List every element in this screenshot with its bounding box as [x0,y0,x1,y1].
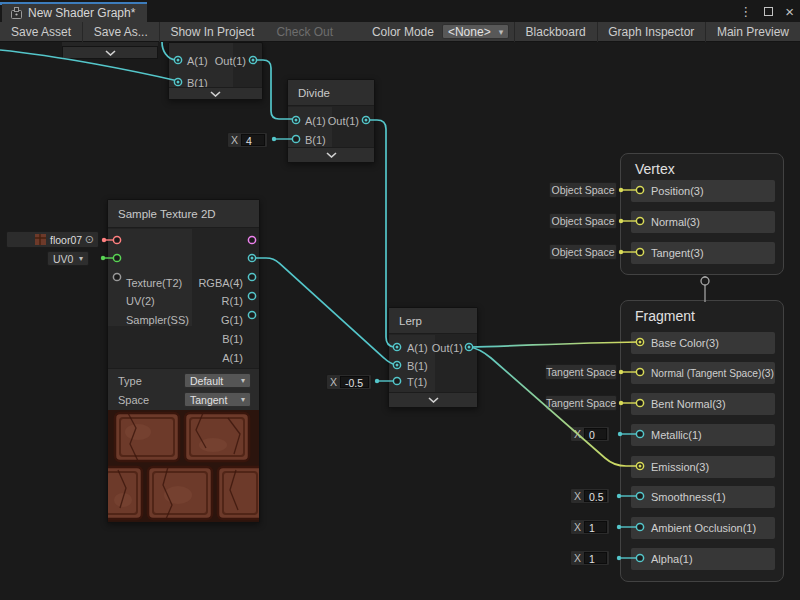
port-label-a: A(1) [187,54,208,68]
chevron-down-icon: ▾ [499,27,504,37]
type-value: Default [190,375,223,387]
node-title: Lerp [389,308,477,334]
chevron-down-icon: ▾ [241,376,245,385]
pill-label: Object Space [551,246,614,258]
window-maximize-icon[interactable] [764,7,773,16]
window-tab-bar: New Shader Graph* ⋮ × [0,0,800,22]
save-as-button[interactable]: Save As... [83,22,159,42]
smoothness-default-field[interactable]: X 0.5 [570,488,610,504]
fragment-row-emission[interactable]: Emission(3) [631,456,775,478]
x-component-value[interactable]: 4 [241,134,265,146]
port-label-t: T(1) [407,375,427,389]
texture-object-field[interactable]: floor07 ⊙ [6,231,99,248]
row-label: Tangent(3) [651,247,704,259]
x-component-label: X [571,552,584,564]
main-preview-button[interactable]: Main Preview [706,22,800,42]
node-collapse-button[interactable] [288,147,374,162]
uv-channel-value: UV0 [53,253,73,265]
x-component-value[interactable]: 1 [584,552,607,564]
space-label: Space [118,393,149,407]
fragment-block[interactable]: Fragment Base Color(3) Normal (Tangent S… [620,300,784,582]
fragment-row-ambient-occlusion[interactable]: Ambient Occlusion(1) [631,517,775,539]
shader-graph-tab[interactable]: New Shader Graph* [2,4,147,22]
port-label-b: B(1) [407,359,428,373]
fragment-row-smoothness[interactable]: Smoothness(1) [631,486,775,508]
fragment-row-base-color[interactable]: Base Color(3) [631,332,775,354]
tab-title: New Shader Graph* [28,6,135,20]
pill-label: Tangent Space [546,366,616,378]
row-label: Bent Normal(3) [651,398,726,410]
metallic-default-field[interactable]: X 0 [570,426,610,442]
lerp-t-default-field[interactable]: X -0.5 [326,374,372,390]
row-label: Base Color(3) [651,337,719,349]
lerp-node[interactable]: Lerp A(1) B(1) T(1) Out(1) [388,307,478,408]
object-picker-icon[interactable]: ⊙ [85,233,94,246]
x-component-label: X [571,521,584,533]
binding-pill-object-space: Object Space [549,244,617,260]
ambient-occlusion-default-field[interactable]: X 1 [570,519,610,535]
row-label: Emission(3) [651,461,709,473]
pill-label: Tangent Space [546,397,616,409]
divide-b-default-field[interactable]: X 4 [227,132,268,148]
vertex-block[interactable]: Vertex Position(3) Normal(3) Tangent(3) [620,153,784,275]
port-label-b: B(1) [222,332,243,346]
port-label-uv: UV(2) [126,294,155,308]
vertex-row-tangent[interactable]: Tangent(3) [631,242,775,264]
graph-inspector-button[interactable]: Graph Inspector [597,22,705,42]
port-label-b: B(1) [305,133,326,147]
color-mode-dropdown[interactable]: <None> ▾ [442,24,509,39]
vertex-block-title: Vertex [635,161,675,177]
row-label: Normal (Tangent Space)(3) [651,368,774,379]
port-label-out: Out(1) [328,114,359,128]
node-title: Divide [288,80,374,106]
x-component-label: X [571,428,584,440]
alpha-default-field[interactable]: X 1 [570,550,610,566]
row-label: Ambient Occlusion(1) [651,522,756,534]
save-asset-button[interactable]: Save Asset [0,22,82,42]
binding-pill-object-space: Object Space [549,213,617,229]
partial-node-collapse-button[interactable] [62,46,158,59]
node-collapse-button[interactable] [389,392,477,407]
node-collapse-button[interactable] [169,87,262,99]
vertex-row-normal[interactable]: Normal(3) [631,211,775,233]
uv-channel-dropdown[interactable]: UV0 ▾ [47,251,89,266]
vertex-row-position[interactable]: Position(3) [631,180,775,202]
graph-toolbar: Save Asset Save As... Show In Project Ch… [0,22,800,42]
fragment-row-bent-normal[interactable]: Bent Normal(3) [631,393,775,415]
chevron-down-icon [326,152,337,158]
window-close-icon[interactable]: × [785,4,794,19]
texture-name: floor07 [50,234,82,246]
fragment-row-alpha[interactable]: Alpha(1) [631,548,775,570]
row-label: Metallic(1) [651,429,702,441]
window-controls: ⋮ × [739,0,794,22]
port-label-r: R(1) [222,294,243,308]
binding-pill-object-space: Object Space [549,182,617,198]
port-label-a: A(1) [305,114,326,128]
row-label: Smoothness(1) [651,491,726,503]
pill-label: Object Space [551,215,614,227]
binding-pill-tangent-space: Tangent Space [545,395,617,411]
window-menu-icon[interactable]: ⋮ [739,5,752,18]
graph-canvas[interactable]: A(1) B(1) Out(1) Divide A(1) B(1) Out(1)… [0,42,800,600]
fragment-row-metallic[interactable]: Metallic(1) [631,424,775,446]
binding-pill-tangent-space: Tangent Space [545,364,617,380]
type-dropdown[interactable]: Default ▾ [184,373,251,388]
divide-node[interactable]: Divide A(1) B(1) Out(1) [287,79,375,163]
x-component-value[interactable]: -0.5 [340,376,369,388]
chevron-down-icon: ▾ [79,254,83,263]
chevron-down-icon: ▾ [241,395,245,404]
top-math-node[interactable]: A(1) B(1) Out(1) [168,42,263,100]
port-label-g: G(1) [221,313,243,327]
x-component-value[interactable]: 1 [584,521,607,533]
port-label-sampler: Sampler(SS) [126,313,189,327]
x-component-value[interactable]: 0.5 [584,490,607,502]
fragment-row-normal[interactable]: Normal (Tangent Space)(3) [631,362,775,384]
chevron-down-icon [105,50,116,56]
space-dropdown[interactable]: Tangent ▾ [184,392,251,407]
row-label: Normal(3) [651,216,700,228]
sample-texture-2d-node[interactable]: Sample Texture 2D Texture(T2) UV(2) Samp… [107,199,260,523]
x-component-value[interactable]: 0 [584,428,607,440]
blackboard-button[interactable]: Blackboard [515,22,597,42]
node-title: Sample Texture 2D [108,200,259,228]
show-in-project-button[interactable]: Show In Project [159,22,265,42]
